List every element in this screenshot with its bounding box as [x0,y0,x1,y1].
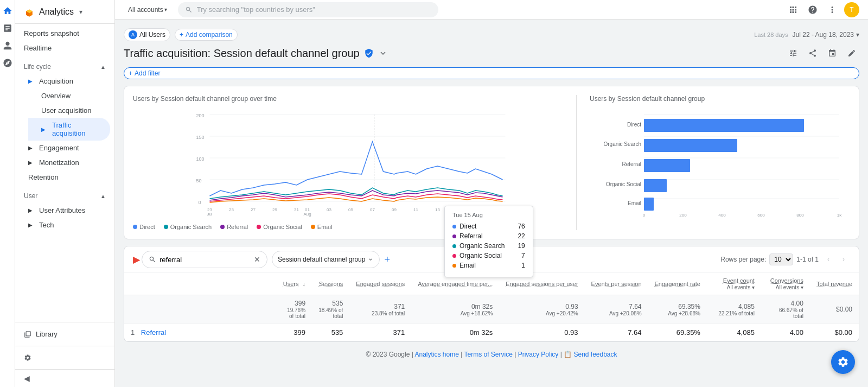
totals-avg-time: 0m 32s Avg +18.62% [411,295,499,324]
sidebar-item-tech[interactable]: ▶ Tech [20,218,110,232]
sidebar-item-retention[interactable]: Retention [20,170,110,185]
row-engaged-per-user: 0.93 [499,324,584,341]
legend-email[interactable]: Email [311,224,333,230]
svg-text:200: 200 [196,113,205,118]
prev-page-button[interactable]: ‹ [822,253,835,266]
add-filter-button[interactable]: + Add filter [124,67,859,79]
sidebar-item-user-attributes[interactable]: ▶ User Attributes [20,203,110,218]
report-actions [786,46,859,61]
settings-fab-icon [837,356,849,368]
col-header-conversions[interactable]: ConversionsAll events ▾ [761,273,810,295]
sidebar-item-reports-snapshot[interactable]: Reports snapshot [15,26,110,41]
legend-referral[interactable]: Referral [220,224,248,230]
add-dimension-button[interactable]: + [384,254,390,265]
col-header-sessions[interactable]: Sessions [312,273,349,295]
row-event-count: 4,085 [707,324,761,341]
sidebar-item-traffic-acquisition[interactable]: ▶ Traffic acquisition [28,118,110,141]
table-totals-row: 399 19.76% of total 535 18.49% of total … [124,295,859,324]
verified-icon [364,48,374,58]
legend-direct[interactable]: Direct [133,224,155,230]
sidebar-item-user-acquisition[interactable]: User acquisition [28,103,110,118]
sidebar-item-engagement[interactable]: ▶ Engagement [20,141,110,155]
sidebar-settings-item[interactable] [24,351,106,365]
user-section-header[interactable]: User ▲ [15,189,114,203]
rows-per-page-select[interactable]: 10 25 50 [769,253,793,265]
date-range-picker[interactable]: Jul 22 - Aug 18, 2023 ▾ [793,31,859,39]
accounts-chevron-icon: ▾ [164,7,167,12]
totals-sessions: 535 18.49% of total [312,295,349,324]
sidebar-item-overview[interactable]: Overview [28,88,110,103]
svg-text:25: 25 [229,207,234,212]
all-accounts-button[interactable]: All accounts ▾ [124,5,171,15]
search-bar[interactable]: Try searching "top countries by users" [178,2,438,17]
tooltip-organic-social-dot [452,254,456,258]
svg-text:29: 29 [272,207,277,212]
sidebar-item-library[interactable]: Library [24,327,106,341]
main-content: All accounts ▾ Try searching "top countr… [115,0,868,387]
chart-divider [576,95,577,230]
share-button[interactable] [805,46,820,61]
lifecycle-section-header[interactable]: Life cycle ▲ [15,60,114,74]
help-icon[interactable] [805,2,820,17]
all-users-chip[interactable]: A All Users [124,28,170,41]
acquisition-subitems: Overview User acquisition ▶ Traffic acqu… [28,88,114,141]
col-header-events-per-session[interactable]: Events per session [585,273,648,295]
next-page-button[interactable]: › [837,253,850,266]
users-row: A All Users + Add comparison Last 28 day… [124,28,859,41]
svg-text:1k: 1k [837,213,842,218]
user-avatar[interactable]: T [844,2,859,17]
search-input[interactable] [159,256,251,264]
sidebar: Analytics ▾ Reports snapshot Realtime Li… [15,0,115,387]
explore-icon[interactable] [1,56,14,69]
chart-section: Users by Session default channel group o… [124,86,859,239]
date-range-chevron-icon: ▾ [856,31,859,39]
col-header-engagement-rate[interactable]: Engagement rate [648,273,707,295]
apps-icon[interactable] [786,2,801,17]
svg-text:100: 100 [196,156,205,162]
search-filter[interactable]: ✕ [142,251,267,268]
legend-organic-social[interactable]: Organic Social [257,224,302,230]
table-wrapper: Users ↓ Sessions Engaged sessions Averag… [124,273,859,341]
tooltip-row-organic-social: Organic Social 7 [452,252,525,259]
settings-fab[interactable] [831,350,855,374]
referral-link[interactable]: Referral [141,328,166,337]
user-icon[interactable] [1,39,14,52]
search-placeholder: Try searching "top countries by users" [197,5,315,14]
collapse-sidebar[interactable]: ◀ [15,369,114,387]
terms-link[interactable]: Terms of Service [464,351,512,358]
col-header-engaged-sessions[interactable]: Engaged sessions [349,273,411,295]
app-name: Analytics [39,7,74,17]
edit-button[interactable] [844,46,859,61]
dimension-select[interactable]: Session default channel group [272,251,380,268]
search-clear-button[interactable]: ✕ [254,255,260,264]
tooltip-row-referral: Referral 22 [452,232,525,240]
search-arrow-icon: ▶ [133,255,139,265]
svg-text:31: 31 [294,207,299,212]
more-icon[interactable] [825,2,840,17]
data-table: Users ↓ Sessions Engaged sessions Averag… [124,273,859,341]
customize-report-button[interactable] [786,46,801,61]
svg-text:11: 11 [413,207,418,212]
svg-text:13: 13 [435,207,440,212]
expand-icon[interactable] [378,48,388,58]
sidebar-item-monetization[interactable]: ▶ Monetization [20,155,110,170]
sidebar-item-acquisition[interactable]: ▶ Acquisition [20,74,110,88]
privacy-link[interactable]: Privacy Policy [518,351,559,358]
legend-organic-search[interactable]: Organic Search [164,224,212,230]
col-header-users[interactable]: Users ↓ [276,273,312,295]
svg-text:Organic Search: Organic Search [604,141,641,147]
col-header-channel[interactable] [124,273,276,295]
analytics-home-link[interactable]: Analytics home [415,351,459,358]
compare-button[interactable] [825,46,840,61]
line-chart-title: Users by Session default channel group o… [133,95,563,103]
totals-label [124,295,276,324]
sidebar-item-realtime[interactable]: Realtime [15,41,110,55]
col-header-revenue[interactable]: Total revenue [810,273,859,295]
feedback-link[interactable]: Send feedback [573,351,617,358]
home-icon[interactable] [1,4,14,17]
col-header-event-count[interactable]: Event countAll events ▾ [707,273,761,295]
add-comparison-button[interactable]: + Add comparison [175,29,238,41]
reports-icon[interactable] [1,22,14,35]
tooltip-row-direct: Direct 76 [452,223,525,230]
svg-text:Organic Social: Organic Social [606,181,641,187]
